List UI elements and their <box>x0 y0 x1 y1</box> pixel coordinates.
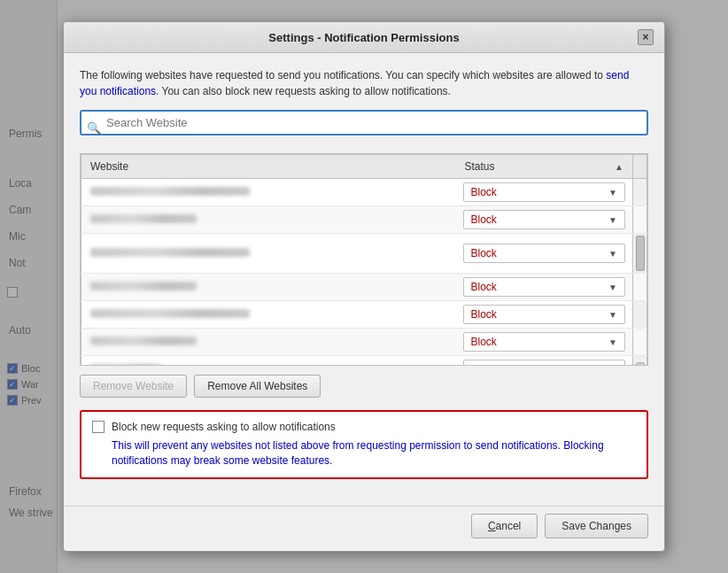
status-cell: Block ▼ <box>456 356 633 367</box>
scrollbar-header <box>633 155 647 179</box>
dropdown-arrow-icon: ▼ <box>608 249 617 259</box>
scrollbar-cell <box>633 206 647 234</box>
status-value: Block <box>471 213 497 226</box>
block-requests-label: Block new requests asking to allow notif… <box>112 421 336 433</box>
dropdown-arrow-icon: ▼ <box>608 215 617 225</box>
block-requests-box: Block new requests asking to allow notif… <box>80 410 648 479</box>
dialog-description: The following websites have requested to… <box>80 67 648 99</box>
blurred-website <box>90 337 197 345</box>
dropdown-arrow-icon: ▼ <box>608 337 617 347</box>
dialog-footer: Cancel Save Changes <box>64 506 664 551</box>
table-row: Block ▼ <box>81 206 647 234</box>
table-row: Block ▼ <box>81 301 647 329</box>
website-cell <box>81 329 456 356</box>
website-cell <box>81 356 456 367</box>
description-link1: send you notifications <box>80 69 629 97</box>
status-dropdown[interactable]: Block ▼ <box>463 210 626 229</box>
scrollbar-cell <box>633 329 647 356</box>
dropdown-arrow-icon: ▼ <box>608 310 617 320</box>
status-dropdown[interactable]: Block ▼ <box>463 182 626 202</box>
table-row: Block ▼ <box>81 234 647 274</box>
blurred-website <box>90 248 250 257</box>
status-dropdown[interactable]: Block ▼ <box>463 277 626 297</box>
search-box-wrapper: 🔍 <box>80 110 648 144</box>
website-column-header: Website <box>81 155 456 179</box>
block-requests-description: This will prevent any websites not liste… <box>92 438 636 468</box>
dialog-body: The following websites have requested to… <box>64 53 664 506</box>
status-value: Block <box>471 247 497 259</box>
save-changes-button[interactable]: Save Changes <box>545 514 648 538</box>
status-value: Block <box>471 363 497 366</box>
scrollbar-down-arrow[interactable]: ▼ <box>636 362 645 366</box>
modal-overlay: Settings - Notification Permissions × Th… <box>0 0 728 573</box>
status-cell: Block ▼ <box>456 274 633 301</box>
status-value: Block <box>471 281 497 293</box>
website-cell <box>81 301 456 329</box>
status-value: Block <box>471 186 497 198</box>
cancel-button[interactable]: Cancel <box>471 514 538 538</box>
blurred-website <box>90 309 250 318</box>
remove-all-websites-button[interactable]: Remove All Websites <box>194 375 321 398</box>
dialog-titlebar: Settings - Notification Permissions × <box>64 22 664 53</box>
table-row: Block ▼ <box>81 179 647 206</box>
sort-arrow-icon: ▲ <box>615 162 623 172</box>
blurred-website <box>90 214 197 223</box>
status-dropdown[interactable]: Block ▼ <box>463 332 626 352</box>
scrollbar-cell <box>633 274 647 301</box>
status-dropdown[interactable]: Block ▼ <box>463 360 626 366</box>
status-cell: Block ▼ <box>456 234 633 274</box>
status-column-header[interactable]: Status ▲ <box>456 155 633 179</box>
status-value: Block <box>471 308 497 321</box>
status-dropdown[interactable]: Block ▼ <box>463 305 626 324</box>
website-cell <box>81 179 456 206</box>
block-requests-checkbox[interactable] <box>92 421 105 433</box>
remove-website-button[interactable]: Remove Website <box>80 375 187 398</box>
dialog-title: Settings - Notification Permissions <box>90 31 638 44</box>
table-row: Block ▼ <box>81 274 647 301</box>
status-cell: Block ▼ <box>456 329 633 356</box>
permissions-table: Website Status ▲ <box>81 154 647 366</box>
scrollbar-cell <box>633 179 647 206</box>
status-dropdown[interactable]: Block ▼ <box>463 244 626 263</box>
status-cell: Block ▼ <box>456 301 633 329</box>
table-row: Block ▼ ▼ <box>81 356 647 367</box>
status-cell: Block ▼ <box>456 206 633 234</box>
dropdown-arrow-icon: ▼ <box>608 188 617 197</box>
status-cell: Block ▼ <box>456 179 633 206</box>
block-requests-header: Block new requests asking to allow notif… <box>92 421 636 433</box>
table-row: Block ▼ <box>81 329 647 356</box>
dropdown-arrow-icon: ▼ <box>608 365 617 367</box>
website-cell <box>81 206 456 234</box>
cancel-underline-char: C <box>488 520 496 532</box>
website-cell <box>81 274 456 301</box>
search-input[interactable] <box>80 110 648 136</box>
blurred-website <box>90 187 250 196</box>
close-button[interactable]: × <box>638 29 654 45</box>
scrollbar-cell: ▼ <box>633 356 647 367</box>
search-icon: 🔍 <box>87 120 101 134</box>
remove-buttons-row: Remove Website Remove All Websites <box>80 375 648 398</box>
scrollbar-cell <box>633 301 647 329</box>
table-wrapper: Website Status ▲ <box>80 153 648 366</box>
dialog: Settings - Notification Permissions × Th… <box>63 21 665 552</box>
blurred-website <box>90 364 161 366</box>
status-value: Block <box>471 336 497 348</box>
scrollbar-cell-thumb <box>633 234 647 274</box>
blurred-website <box>90 282 197 290</box>
website-cell <box>81 234 456 274</box>
dropdown-arrow-icon: ▼ <box>608 283 617 292</box>
scrollbar-thumb[interactable] <box>636 236 645 271</box>
